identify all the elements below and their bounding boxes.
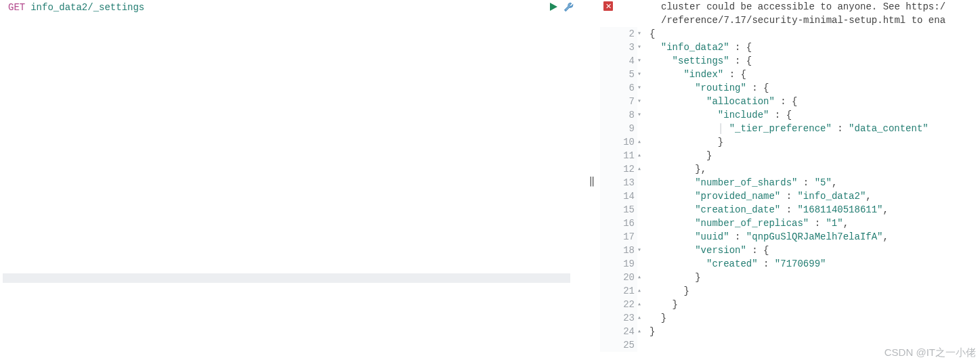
fold-toggle-icon[interactable]: ▴ bbox=[637, 135, 649, 149]
code-line: 11▴ } bbox=[600, 149, 980, 162]
code-line: 13 "number_of_shards" : "5", bbox=[600, 176, 980, 189]
fold-toggle-icon[interactable]: ▾ bbox=[637, 244, 649, 257]
deprecation-warning: cluster could be accessible to anyone. S… bbox=[661, 0, 980, 27]
fold-toggle-icon bbox=[637, 217, 649, 230]
code-content: } bbox=[649, 311, 980, 325]
fold-toggle-icon[interactable]: ▾ bbox=[637, 95, 649, 108]
line-number: 5 bbox=[600, 68, 637, 81]
fold-toggle-icon[interactable]: ▴ bbox=[637, 298, 649, 311]
fold-toggle-icon[interactable]: ▾ bbox=[637, 108, 649, 122]
fold-toggle-icon[interactable]: ▾ bbox=[637, 81, 649, 95]
code-content: "uuid" : "qnpGuSlQRJaMelh7elaIfA", bbox=[649, 230, 980, 244]
code-line: 16 "number_of_replicas" : "1", bbox=[600, 217, 980, 230]
fold-toggle-icon[interactable]: ▾ bbox=[637, 27, 649, 41]
fold-toggle-icon[interactable]: ▾ bbox=[637, 68, 649, 81]
fold-toggle-icon[interactable]: ▾ bbox=[637, 54, 649, 68]
code-content: "info_data2" : { bbox=[649, 41, 980, 54]
code-line: 23▴ } bbox=[600, 311, 980, 325]
line-number: 23 bbox=[600, 311, 637, 325]
line-number: 4 bbox=[600, 54, 637, 68]
code-content: │ "_tier_preference" : "data_content" bbox=[649, 122, 980, 135]
line-number: 6 bbox=[600, 81, 637, 95]
fold-toggle-icon bbox=[637, 203, 649, 217]
fold-toggle-icon[interactable]: ▴ bbox=[637, 271, 649, 284]
request-path: info_data2/_settings bbox=[30, 2, 144, 13]
code-content: }, bbox=[649, 162, 980, 176]
code-content: "provided_name" : "info_data2", bbox=[649, 189, 980, 203]
line-number: 20 bbox=[600, 271, 637, 284]
line-number: 7 bbox=[600, 95, 637, 108]
code-line: 3▾ "info_data2" : { bbox=[600, 41, 980, 54]
line-number: 12 bbox=[600, 162, 637, 176]
code-content: } bbox=[649, 135, 980, 149]
code-line: 9 │ "_tier_preference" : "data_content" bbox=[600, 122, 980, 135]
line-number: 10 bbox=[600, 135, 637, 149]
code-content: "created" : "7170699" bbox=[649, 257, 980, 271]
code-line: 19 "created" : "7170699" bbox=[600, 257, 980, 271]
pane-splitter[interactable]: ‖ bbox=[584, 0, 600, 362]
fold-toggle-icon[interactable]: ▴ bbox=[637, 162, 649, 176]
line-number: 24 bbox=[600, 325, 637, 338]
code-line: 15 "creation_date" : "1681140518611", bbox=[600, 203, 980, 217]
app-root: GET info_data2/_settings ‖ ✕ cluster cou… bbox=[0, 0, 980, 362]
code-content: "version" : { bbox=[649, 244, 980, 257]
fold-toggle-icon[interactable]: ▴ bbox=[637, 325, 649, 338]
line-number: 18 bbox=[600, 244, 637, 257]
code-line: 10▴ } bbox=[600, 135, 980, 149]
code-content: "index" : { bbox=[649, 68, 980, 81]
fold-toggle-icon bbox=[637, 122, 649, 135]
code-line: 18▾ "version" : { bbox=[600, 244, 980, 257]
code-line: 21▴ } bbox=[600, 284, 980, 298]
line-number: 15 bbox=[600, 203, 637, 217]
code-content: "creation_date" : "1681140518611", bbox=[649, 203, 980, 217]
fold-toggle-icon[interactable]: ▴ bbox=[637, 284, 649, 298]
request-line[interactable]: GET info_data2/_settings bbox=[0, 0, 584, 14]
code-content: "settings" : { bbox=[649, 54, 980, 68]
line-number: 16 bbox=[600, 217, 637, 230]
code-line: 25 bbox=[600, 338, 980, 352]
code-line: 12▴ }, bbox=[600, 162, 980, 176]
code-line: 4▾ "settings" : { bbox=[600, 54, 980, 68]
code-line: 17 "uuid" : "qnpGuSlQRJaMelh7elaIfA", bbox=[600, 230, 980, 244]
code-content: } bbox=[649, 271, 980, 284]
fold-toggle-icon[interactable]: ▴ bbox=[637, 311, 649, 325]
code-content: "include" : { bbox=[649, 108, 980, 122]
http-method: GET bbox=[8, 2, 25, 13]
fold-toggle-icon[interactable]: ▴ bbox=[637, 149, 649, 162]
run-icon[interactable] bbox=[549, 2, 558, 12]
fold-toggle-icon bbox=[637, 338, 649, 352]
fold-toggle-icon bbox=[637, 257, 649, 271]
code-content bbox=[649, 338, 980, 352]
fold-toggle-icon bbox=[637, 230, 649, 244]
code-line: 7▾ "allocation" : { bbox=[600, 95, 980, 108]
response-code[interactable]: 2▾{3▾ "info_data2" : {4▾ "settings" : {5… bbox=[600, 27, 980, 362]
request-editor-pane[interactable]: GET info_data2/_settings bbox=[0, 0, 584, 362]
code-content: "allocation" : { bbox=[649, 95, 980, 108]
fold-toggle-icon bbox=[637, 189, 649, 203]
active-line-highlight bbox=[3, 273, 570, 283]
code-content: } bbox=[649, 298, 980, 311]
code-content: "routing" : { bbox=[649, 81, 980, 95]
code-line: 20▴ } bbox=[600, 271, 980, 284]
wrench-icon[interactable] bbox=[563, 1, 574, 12]
line-number: 3 bbox=[600, 41, 637, 54]
line-number: 17 bbox=[600, 230, 637, 244]
fold-toggle-icon[interactable]: ▾ bbox=[637, 41, 649, 54]
code-line: 2▾{ bbox=[600, 27, 980, 41]
line-number: 22 bbox=[600, 298, 637, 311]
line-number: 14 bbox=[600, 189, 637, 203]
line-number: 8 bbox=[600, 108, 637, 122]
line-number: 9 bbox=[600, 122, 637, 135]
code-line: 5▾ "index" : { bbox=[600, 68, 980, 81]
code-line: 24▴} bbox=[600, 325, 980, 338]
code-line: 8▾ "include" : { bbox=[600, 108, 980, 122]
line-number: 25 bbox=[600, 338, 637, 352]
code-content: { bbox=[649, 27, 980, 41]
code-line: 14 "provided_name" : "info_data2", bbox=[600, 189, 980, 203]
code-content: } bbox=[649, 325, 980, 338]
line-number: 2 bbox=[600, 27, 637, 41]
fold-toggle-icon bbox=[637, 176, 649, 189]
code-content: } bbox=[649, 284, 980, 298]
code-content: } bbox=[649, 149, 980, 162]
response-pane: ✕ cluster could be accessible to anyone.… bbox=[600, 0, 980, 362]
